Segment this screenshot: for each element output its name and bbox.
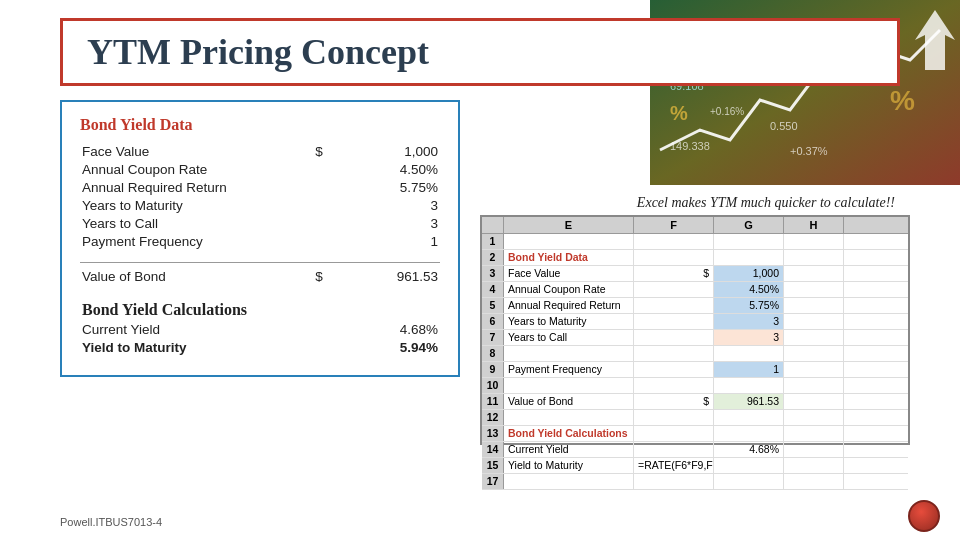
excel-row-num: 9 [482, 362, 504, 377]
excel-cell-g: 961.53 [714, 394, 784, 409]
excel-row: 11 Value of Bond $ 961.53 [482, 394, 908, 410]
bond-row-value: 5.75% [325, 178, 440, 196]
excel-cell-f [634, 298, 714, 313]
bond-data-row: Face Value $ 1,000 [80, 142, 440, 160]
excel-cell-g: 3 [714, 314, 784, 329]
excel-cell-h [784, 282, 844, 297]
excel-row-num: 7 [482, 330, 504, 345]
excel-cell-e: Payment Frequency [504, 362, 634, 377]
footer-text: Powell.ITBUS7013-4 [60, 516, 162, 528]
excel-cell-e: Annual Coupon Rate [504, 282, 634, 297]
excel-row: 17 [482, 474, 908, 490]
excel-cell-f [634, 282, 714, 297]
excel-spreadsheet: E F G H 1 2 Bond Yield Data 3 Face Value… [480, 215, 910, 445]
excel-row-num: 13 [482, 426, 504, 441]
excel-row-num: 4 [482, 282, 504, 297]
excel-row-num: 10 [482, 378, 504, 393]
excel-cell-e: Bond Yield Calculations [504, 426, 634, 441]
bond-row-value: 1,000 [325, 142, 440, 160]
bond-row-label: Annual Coupon Rate [80, 160, 296, 178]
excel-row-num: 12 [482, 410, 504, 425]
red-circle-button[interactable] [908, 500, 940, 532]
excel-row: 14 Current Yield 4.68% [482, 442, 908, 458]
excel-row: 3 Face Value $ 1,000 [482, 266, 908, 282]
bond-data-row: Annual Coupon Rate 4.50% [80, 160, 440, 178]
excel-cell-h [784, 394, 844, 409]
bond-row-dollar [296, 178, 325, 196]
excel-row-num: 14 [482, 442, 504, 457]
excel-row: 15 Yield to Maturity =RATE(F6*F9,F4/F9*F… [482, 458, 908, 474]
excel-cell-g: 3 [714, 330, 784, 345]
excel-cell-f [634, 314, 714, 329]
calc-row-label: Current Yield [80, 321, 296, 339]
calc-row-value: 5.94% [325, 339, 440, 357]
excel-cell-h [784, 442, 844, 457]
excel-cell-h [784, 298, 844, 313]
bond-row-label: Payment Frequency [80, 232, 296, 250]
excel-cell-f [634, 474, 714, 489]
value-of-bond-value: 961.53 [325, 262, 440, 285]
excel-cell-g [714, 458, 784, 473]
excel-note: Excel makes YTM much quicker to calculat… [637, 195, 895, 211]
excel-row: 7 Years to Call 3 [482, 330, 908, 346]
excel-row: 1 [482, 234, 908, 250]
bond-row-dollar [296, 160, 325, 178]
excel-cell-h [784, 330, 844, 345]
excel-cell-e: Face Value [504, 266, 634, 281]
svg-text:0.550: 0.550 [770, 120, 798, 132]
col-header-g: G [714, 217, 784, 233]
excel-cell-e: Years to Call [504, 330, 634, 345]
excel-cell-g [714, 426, 784, 441]
excel-cell-f [634, 362, 714, 377]
excel-column-headers: E F G H [482, 217, 908, 234]
bond-data-table: Face Value $ 1,000 Annual Coupon Rate 4.… [80, 142, 440, 357]
calc-row-dollar [296, 321, 325, 339]
excel-cell-e: Years to Maturity [504, 314, 634, 329]
bond-row-label: Face Value [80, 142, 296, 160]
bond-data-card: Bond Yield Data Face Value $ 1,000 Annua… [60, 100, 460, 377]
excel-cell-e [504, 410, 634, 425]
calc-row-value: 4.68% [325, 321, 440, 339]
excel-row: 9 Payment Frequency 1 [482, 362, 908, 378]
bond-data-row: Payment Frequency 1 [80, 232, 440, 250]
bond-row-label: Annual Required Return [80, 178, 296, 196]
svg-text:%: % [670, 102, 688, 124]
excel-row: 13 Bond Yield Calculations [482, 426, 908, 442]
bond-row-value: 1 [325, 232, 440, 250]
bond-row-dollar [296, 232, 325, 250]
excel-cell-h [784, 362, 844, 377]
svg-text:%: % [890, 85, 915, 116]
excel-row: 10 [482, 378, 908, 394]
excel-cell-f [634, 426, 714, 441]
value-of-bond-label: Value of Bond [80, 262, 296, 285]
excel-cell-g [714, 474, 784, 489]
excel-cell-g: 4.68% [714, 442, 784, 457]
excel-cell-g [714, 410, 784, 425]
excel-cell-g [714, 234, 784, 249]
col-header-row-num [482, 217, 504, 233]
svg-text:+0.16%: +0.16% [710, 106, 744, 117]
excel-cell-g: 1,000 [714, 266, 784, 281]
bond-row-label: Years to Maturity [80, 196, 296, 214]
bond-row-dollar: $ [296, 142, 325, 160]
bond-calc-row: Current Yield 4.68% [80, 321, 440, 339]
value-of-bond-dollar: $ [296, 262, 325, 285]
excel-cell-h [784, 234, 844, 249]
excel-cell-e: Value of Bond [504, 394, 634, 409]
excel-cell-g: 4.50% [714, 282, 784, 297]
excel-cell-f: $ [634, 394, 714, 409]
excel-cell-h [784, 474, 844, 489]
svg-text:+0.37%: +0.37% [790, 145, 828, 157]
excel-row: 5 Annual Required Return 5.75% [482, 298, 908, 314]
excel-cell-e: Bond Yield Data [504, 250, 634, 265]
calc-row-dollar [296, 339, 325, 357]
title-bar: YTM Pricing Concept [60, 18, 900, 86]
excel-cell-f [634, 250, 714, 265]
excel-row-num: 17 [482, 474, 504, 489]
excel-cell-f [634, 442, 714, 457]
page-title: YTM Pricing Concept [87, 31, 429, 73]
col-header-f: F [634, 217, 714, 233]
excel-cell-e [504, 378, 634, 393]
bond-row-dollar [296, 196, 325, 214]
excel-cell-f [634, 330, 714, 345]
